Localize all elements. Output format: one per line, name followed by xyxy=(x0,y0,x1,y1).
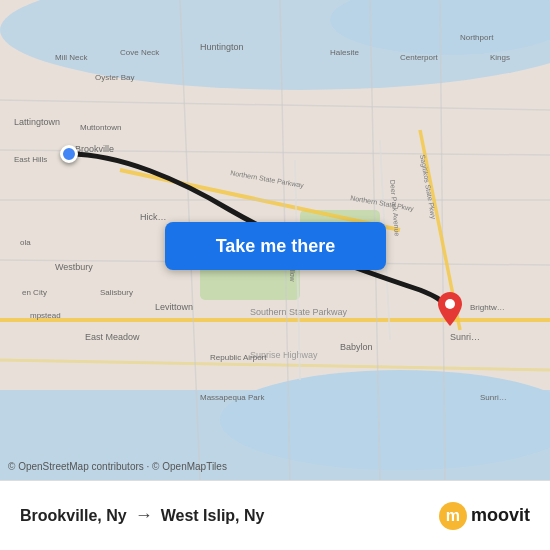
route-summary: Brookville, Ny → West Islip, Ny xyxy=(20,505,264,526)
destination-marker xyxy=(438,292,462,330)
svg-text:Northport: Northport xyxy=(460,33,494,42)
moovit-brand-text: moovit xyxy=(471,505,530,526)
svg-text:Brookville: Brookville xyxy=(75,144,114,154)
destination-label: West Islip, Ny xyxy=(161,507,265,525)
svg-text:Salisbury: Salisbury xyxy=(100,288,133,297)
origin-marker xyxy=(60,145,78,163)
svg-text:Massapequa Park: Massapequa Park xyxy=(200,393,265,402)
svg-text:Sunri…: Sunri… xyxy=(480,393,507,402)
svg-text:Oyster Bay: Oyster Bay xyxy=(95,73,135,82)
svg-text:East Hills: East Hills xyxy=(14,155,47,164)
take-me-there-label: Take me there xyxy=(216,236,336,257)
svg-text:Cove Neck: Cove Neck xyxy=(120,48,160,57)
map-copyright: © OpenStreetMap contributors · © OpenMap… xyxy=(8,461,227,472)
svg-text:Centerport: Centerport xyxy=(400,53,439,62)
take-me-there-button[interactable]: Take me there xyxy=(165,222,386,270)
svg-text:Halesite: Halesite xyxy=(330,48,359,57)
svg-point-54 xyxy=(445,299,455,309)
svg-text:Brightw…: Brightw… xyxy=(470,303,505,312)
svg-text:Huntington: Huntington xyxy=(200,42,244,52)
svg-text:Kings: Kings xyxy=(490,53,510,62)
moovit-logo: m moovit xyxy=(439,502,530,530)
svg-text:Levittown: Levittown xyxy=(155,302,193,312)
arrow-icon: → xyxy=(135,505,153,526)
svg-text:Hick…: Hick… xyxy=(140,212,167,222)
svg-text:East Meadow: East Meadow xyxy=(85,332,140,342)
svg-text:Babylon: Babylon xyxy=(340,342,373,352)
svg-text:Westbury: Westbury xyxy=(55,262,93,272)
moovit-branding: m moovit xyxy=(439,502,530,530)
svg-text:Lattingtown: Lattingtown xyxy=(14,117,60,127)
moovit-m-icon: m xyxy=(439,502,467,530)
footer-bar: Brookville, Ny → West Islip, Ny m moovit xyxy=(0,480,550,550)
svg-text:Mill Neck: Mill Neck xyxy=(55,53,88,62)
map-container: Southern State Parkway Sunrise Highway L… xyxy=(0,0,550,480)
svg-text:en City: en City xyxy=(22,288,47,297)
svg-text:Muttontown: Muttontown xyxy=(80,123,121,132)
origin-label: Brookville, Ny xyxy=(20,507,127,525)
svg-text:ola: ola xyxy=(20,238,31,247)
svg-text:Sunri…: Sunri… xyxy=(450,332,480,342)
svg-text:mpstead: mpstead xyxy=(30,311,61,320)
svg-text:Republic Airport: Republic Airport xyxy=(210,353,267,362)
